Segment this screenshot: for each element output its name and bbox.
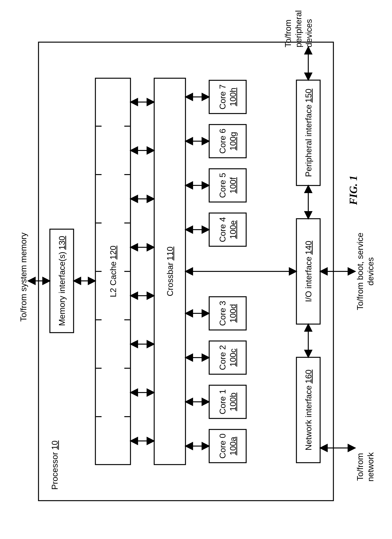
- core-3-ref: 100d: [227, 304, 238, 322]
- core-0-ref: 100a: [227, 437, 238, 455]
- io-interface-box: I/O interface 140: [296, 218, 321, 324]
- core-5-label: Core 5: [217, 173, 227, 198]
- crossbar-label: Crossbar: [165, 262, 175, 296]
- core-7-label: Core 7: [217, 84, 227, 109]
- ext-network-label: To/from network: [355, 442, 376, 491]
- core-3-label: Core 3: [217, 301, 227, 326]
- ext-memory-label: To/from system memory: [18, 224, 28, 330]
- peripheral-interface-label: Peripheral interface: [303, 104, 313, 177]
- network-interface-box: Network interface 160: [296, 357, 321, 463]
- core-1-ref: 100b: [227, 392, 238, 411]
- network-interface-ref: 160: [303, 370, 313, 383]
- ext-peripheral-text: To/from peripheral devices: [283, 10, 313, 47]
- ext-memory-text: To/from system memory: [19, 232, 28, 321]
- core-2-label: Core 2: [217, 345, 227, 370]
- core-6-ref: 100g: [227, 132, 238, 150]
- peripheral-interface-ref: 150: [303, 89, 313, 102]
- core-7-box: Core 7 100h: [209, 80, 246, 114]
- processor-label: Processor 10: [49, 440, 60, 490]
- processor-label-text: Processor: [50, 452, 59, 490]
- ext-boot-label: To/from boot, service devices: [355, 228, 376, 315]
- core-7-ref: 100h: [227, 87, 238, 106]
- core-4-box: Core 4 100e: [209, 212, 246, 247]
- ext-peripheral-label: To/from peripheral devices: [283, 0, 314, 47]
- core-6-label: Core 6: [217, 129, 227, 154]
- processor-ref: 10: [50, 440, 59, 450]
- core-6-box: Core 6 100g: [209, 124, 246, 158]
- core-0-box: Core 0 100a: [209, 429, 246, 463]
- core-0-label: Core 0: [217, 433, 227, 458]
- core-4-label: Core 4: [217, 217, 227, 242]
- io-interface-label: I/O interface: [303, 256, 313, 302]
- figure-caption-text: FIG. 1: [347, 175, 359, 205]
- l2-cache-label: L2 Cache: [108, 261, 118, 297]
- figure-caption: FIG. 1: [347, 175, 359, 205]
- memory-interface-label: Memory interface(s): [57, 252, 67, 326]
- memory-interface-box: Memory interface(s) 130: [49, 229, 74, 333]
- peripheral-interface-box: Peripheral interface 150: [296, 80, 321, 186]
- ext-boot-text: To/from boot, service devices: [355, 233, 375, 310]
- memory-interface-ref: 130: [57, 236, 67, 250]
- core-2-ref: 100c: [227, 348, 238, 366]
- core-5-ref: 100f: [227, 177, 238, 193]
- l2-cache-box: L2 Cache 120: [95, 78, 131, 465]
- core-5-box: Core 5 100f: [209, 168, 246, 202]
- core-2-box: Core 2 100c: [209, 340, 246, 375]
- network-interface-label: Network interface: [303, 385, 313, 450]
- ext-network-text: To/from network: [355, 452, 375, 481]
- l2-cache-ref: 120: [108, 245, 118, 259]
- core-1-box: Core 1 100b: [209, 385, 246, 419]
- crossbar-box: Crossbar 110: [154, 78, 186, 465]
- core-3-box: Core 3 100d: [209, 296, 246, 330]
- core-4-ref: 100e: [227, 220, 238, 239]
- io-interface-ref: 140: [303, 241, 313, 254]
- core-1-label: Core 1: [217, 389, 227, 414]
- crossbar-ref: 110: [165, 246, 175, 260]
